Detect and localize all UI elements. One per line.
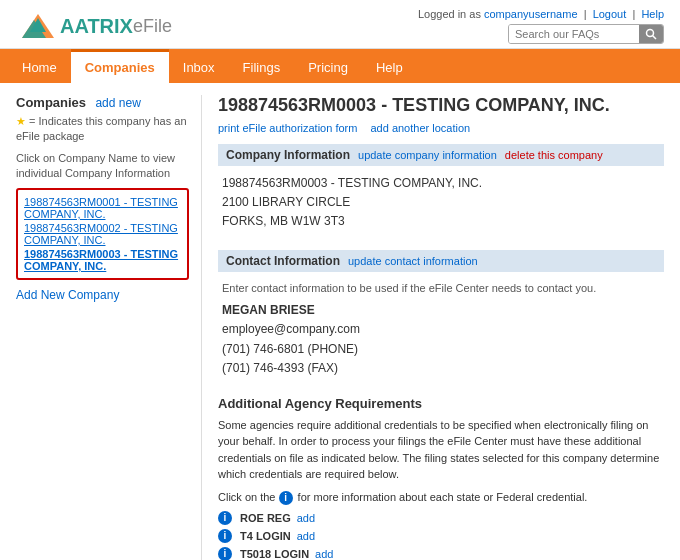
t4-add-link[interactable]: add	[297, 530, 315, 542]
search-input[interactable]	[509, 25, 639, 43]
logo-icon	[16, 10, 60, 42]
company-info-label: Company Information	[226, 148, 350, 162]
company-address-line1: 198874563RM0003 - TESTING COMPANY, INC.	[222, 174, 660, 193]
t5018-name: T5018 LOGIN	[240, 548, 309, 560]
roe-add-link[interactable]: add	[297, 512, 315, 524]
nav-pricing[interactable]: Pricing	[294, 49, 362, 83]
click-text: Click on the	[218, 491, 275, 503]
t4-info-icon[interactable]: i	[218, 529, 232, 543]
add-new-company-link[interactable]: Add New Company	[16, 288, 189, 302]
logged-in-label: Logged in as	[418, 8, 481, 20]
company-info-body: 198874563RM0003 - TESTING COMPANY, INC. …	[218, 172, 664, 238]
sidebar-click-note: Click on Company Name to view individual…	[16, 151, 189, 182]
nav-home[interactable]: Home	[8, 49, 71, 83]
additional-section: Additional Agency Requirements Some agen…	[218, 396, 664, 560]
update-company-link[interactable]: update company information	[358, 149, 497, 161]
contact-info-label: Contact Information	[226, 254, 340, 268]
logo: AATRIX eFile	[16, 10, 172, 42]
company-address-line2: 2100 LIBRARY CIRCLE	[222, 193, 660, 212]
update-contact-link[interactable]: update contact information	[348, 255, 478, 267]
contact-info-header: Contact Information update contact infor…	[218, 250, 664, 272]
company-link-rm0002[interactable]: 198874563RM0002 - TESTING COMPANY, INC.	[24, 222, 181, 246]
logo-efile-text: eFile	[133, 16, 172, 37]
nav-help[interactable]: Help	[362, 49, 417, 83]
click-text2: for more information about each state or…	[298, 491, 588, 503]
nav-bar: Home Companies Inbox Filings Pricing Hel…	[0, 49, 680, 83]
delete-company-link[interactable]: delete this company	[505, 149, 603, 161]
contact-info-section: Contact Information update contact infor…	[218, 250, 664, 384]
add-location-link[interactable]: add another location	[370, 122, 470, 134]
action-links: print eFile authorization form add anoth…	[218, 122, 664, 134]
company-list: 198874563RM0001 - TESTING COMPANY, INC. …	[16, 188, 189, 280]
sidebar-add-new-link[interactable]: add new	[95, 96, 140, 110]
t5018-add-link[interactable]: add	[315, 548, 333, 560]
contact-info-body: Enter contact information to be used if …	[218, 278, 664, 384]
company-info-section: Company Information update company infor…	[218, 144, 664, 238]
credential-row-t4: i T4 LOGIN add	[218, 529, 664, 543]
top-right-area: Logged in as companyusername | Logout | …	[418, 8, 664, 44]
sidebar-note: ★ = Indicates this company has an eFile …	[16, 114, 189, 145]
credential-row-t5018: i T5018 LOGIN add	[218, 547, 664, 560]
search-bar	[508, 24, 664, 44]
logged-in-info: Logged in as companyusername | Logout | …	[418, 8, 664, 20]
contact-email: employee@company.com	[222, 320, 660, 339]
search-button[interactable]	[639, 25, 663, 43]
sidebar-title: Companies	[16, 95, 86, 110]
roe-name: ROE REG	[240, 512, 291, 524]
contact-name: MEGAN BRIESE	[222, 301, 660, 320]
nav-companies[interactable]: Companies	[71, 49, 169, 83]
top-bar: AATRIX eFile Logged in as companyusernam…	[0, 0, 680, 49]
search-icon	[645, 28, 657, 40]
company-info-header: Company Information update company infor…	[218, 144, 664, 166]
company-link-rm0003[interactable]: 198874563RM0003 - TESTING COMPANY, INC.	[24, 248, 181, 272]
company-link-rm0001[interactable]: 198874563RM0001 - TESTING COMPANY, INC.	[24, 196, 181, 220]
roe-info-icon[interactable]: i	[218, 511, 232, 525]
click-info-text: Click on the i for more information abou…	[218, 491, 664, 505]
contact-phone: (701) 746-6801 (PHONE)	[222, 340, 660, 359]
sidebar-note-text: = Indicates this company has an eFile pa…	[16, 115, 187, 142]
credential-row-roe: i ROE REG add	[218, 511, 664, 525]
nav-inbox[interactable]: Inbox	[169, 49, 229, 83]
t4-name: T4 LOGIN	[240, 530, 291, 542]
additional-title: Additional Agency Requirements	[218, 396, 664, 411]
help-link-top[interactable]: Help	[641, 8, 664, 20]
star-icon: ★	[16, 115, 26, 127]
contact-fax: (701) 746-4393 (FAX)	[222, 359, 660, 378]
info-icon: i	[279, 491, 293, 505]
svg-point-3	[647, 30, 654, 37]
company-address-line3: FORKS, MB W1W 3T3	[222, 212, 660, 231]
contact-note: Enter contact information to be used if …	[222, 280, 660, 298]
sidebar: Companies add new ★ = Indicates this com…	[16, 95, 201, 560]
t5018-info-icon[interactable]: i	[218, 547, 232, 560]
svg-line-4	[653, 36, 657, 40]
additional-description: Some agencies require additional credent…	[218, 417, 664, 483]
main-content: 198874563RM0003 - TESTING COMPANY, INC. …	[201, 95, 664, 560]
page-content: Companies add new ★ = Indicates this com…	[0, 83, 680, 560]
username-link[interactable]: companyusername	[484, 8, 578, 20]
logo-brand-text: AATRIX	[60, 15, 133, 38]
print-efile-link[interactable]: print eFile authorization form	[218, 122, 357, 134]
nav-filings[interactable]: Filings	[229, 49, 295, 83]
logout-link[interactable]: Logout	[593, 8, 627, 20]
company-title: 198874563RM0003 - TESTING COMPANY, INC.	[218, 95, 664, 116]
